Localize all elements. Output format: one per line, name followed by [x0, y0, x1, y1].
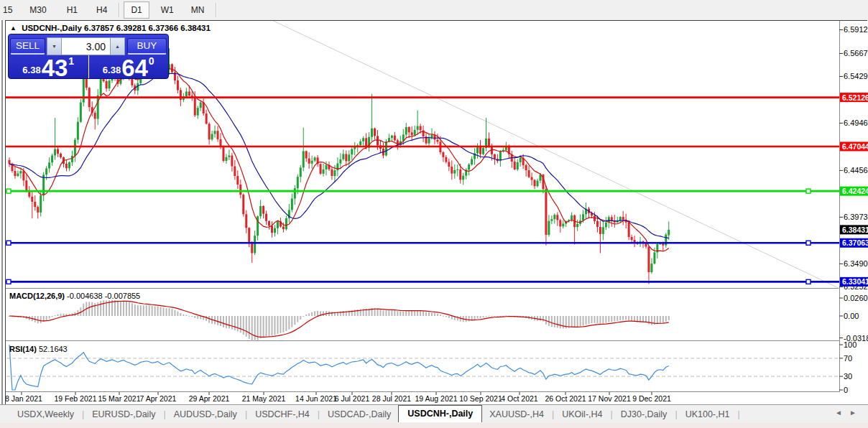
line-handle[interactable] — [806, 279, 811, 284]
tab-xauusd-h4[interactable]: XAUUSD-,H4 — [482, 407, 551, 422]
macd-indicator-values: -0.004638 -0.007855 — [67, 292, 140, 300]
volume-decrease-button[interactable]: ▼ — [47, 37, 62, 55]
tab-dj30-daily[interactable]: DJ30-,Daily — [614, 407, 675, 422]
date-axis-label: 4 Oct 2021 — [501, 394, 538, 403]
down-arrow-icon: ▼ — [52, 44, 57, 49]
chart-window: 6.591206.566706.542906.494606.445606.397… — [5, 20, 867, 404]
timeframe-d1-button[interactable]: D1 — [124, 1, 149, 19]
hline-price-label: 6.52126 — [842, 93, 868, 102]
date-axis-label: 19 Feb 2021 — [55, 394, 97, 403]
date-axis-label: 19 Aug 2021 — [415, 394, 458, 403]
date-axis-label: 6 Jul 2021 — [335, 394, 370, 403]
price-axis-label: 6.59120 — [844, 25, 868, 34]
tab-usdx-weekly[interactable]: USDX,Weekly — [10, 407, 81, 422]
toolbar-separator — [119, 3, 119, 17]
sell-price-big: 43 — [42, 58, 68, 78]
sell-button[interactable]: SELL — [10, 38, 45, 55]
tab-ukoil-h4[interactable]: UKOil-,H4 — [555, 407, 609, 422]
date-axis-label: 15 Mar 2021 — [98, 394, 141, 403]
date-axis-label: 10 Sep 2021 — [459, 394, 502, 403]
rsi-indicator-value: 52.1643 — [39, 345, 68, 353]
date-axis-label: 29 Apr 2021 — [189, 394, 230, 403]
one-click-trading-panel: SELL ▼ 3.00 ▲ BUY 6.38431 6.38640 — [8, 34, 169, 79]
hline-price-label: 6.42424 — [842, 187, 868, 195]
tab-usdchf-h4[interactable]: USDCHF-,H4 — [248, 407, 317, 422]
sell-price-sup: 1 — [68, 55, 74, 67]
line-handle[interactable] — [6, 279, 11, 284]
chart-tab-bar: USDX,Weekly| EURUSD-,Daily| AUDUSD-,Dail… — [0, 404, 868, 424]
timeframe-h4-button[interactable]: H4 — [89, 1, 114, 19]
tab-usdcnh-daily[interactable]: USDCNH-,Daily — [398, 405, 482, 422]
sell-price-display[interactable]: 6.38431 — [9, 55, 89, 79]
background-window-edge — [0, 20, 5, 404]
price-axis-label: 6.34900 — [844, 259, 868, 268]
rsi-indicator-label: RSI(14) 52.1643 — [9, 345, 68, 353]
date-axis-label: 14 Jun 2021 — [295, 394, 337, 403]
line-handle[interactable] — [806, 241, 811, 245]
date-axis-label: 28 Jan 2021 — [6, 394, 42, 403]
hline-price-label: 6.33041 — [842, 277, 868, 286]
macd-axis-label: 0.00 — [844, 312, 859, 320]
buy-price-sup: 0 — [149, 55, 154, 67]
hline-price-label: 6.37063 — [842, 238, 868, 247]
tab-audusd-daily[interactable]: AUDUSD-,Daily — [167, 407, 244, 422]
tab-scroll-right-button[interactable]: ► — [849, 409, 857, 417]
line-handle[interactable] — [806, 189, 811, 193]
volume-spinner: ▼ 3.00 ▲ — [47, 37, 125, 55]
price-axis-label: 6.49460 — [844, 118, 868, 127]
date-axis-label: 9 Dec 2021 — [632, 394, 671, 403]
tab-usdcad-daily[interactable]: USDCAD-,Daily — [320, 407, 398, 422]
sell-price-prefix: 6.38 — [22, 65, 40, 75]
hline-price-label: 6.38431 — [842, 225, 868, 234]
hline-price-label: 6.47044 — [842, 142, 868, 151]
price-axis-label: 6.39730 — [844, 213, 868, 221]
volume-input[interactable]: 3.00 — [62, 37, 110, 55]
line-handle[interactable] — [6, 241, 11, 245]
status-strip — [0, 423, 868, 428]
macd-axis-label: 0.02607 — [844, 294, 868, 302]
chart-symbol-period: USDCNH-,Daily — [22, 24, 82, 32]
tab-uk100-h1[interactable]: UK100-,H1 — [678, 407, 737, 422]
date-axis-label: 17 Nov 2021 — [588, 394, 631, 403]
chart-ohlc-values: 6.37857 6.39281 6.37366 6.38431 — [84, 24, 211, 32]
volume-increase-button[interactable]: ▲ — [110, 37, 125, 55]
macd-indicator-label: MACD(12,26,9) -0.004638 -0.007855 — [9, 292, 140, 300]
up-arrow-icon: ▲ — [115, 44, 120, 49]
price-axis-label: 6.54290 — [844, 72, 868, 80]
date-axis-label: 28 Jul 2021 — [372, 394, 411, 403]
tab-eurusd-daily[interactable]: EURUSD-,Daily — [85, 407, 162, 422]
timeframe-m15-button[interactable]: 15 — [0, 1, 19, 19]
timeframe-toolbar: 15 M30 H1 H4 D1 W1 MN — [0, 0, 868, 20]
buy-price-display[interactable]: 6.38640 — [89, 55, 169, 79]
line-handle[interactable] — [6, 189, 11, 193]
date-axis-label: 7 Apr 2021 — [140, 394, 177, 403]
buy-button[interactable]: BUY — [127, 38, 167, 55]
timeframe-mn-button[interactable]: MN — [184, 1, 212, 19]
price-axis-label: 6.44560 — [844, 166, 868, 175]
buy-price-prefix: 6.38 — [103, 65, 121, 75]
toolbar-separator — [216, 3, 216, 17]
rsi-axis-label: 30 — [844, 372, 852, 381]
collapse-panel-icon[interactable]: ▲ — [10, 24, 17, 32]
tab-scroll-left-button[interactable]: ◄ — [835, 409, 842, 417]
buy-price-big: 64 — [121, 58, 148, 78]
timeframe-w1-button[interactable]: W1 — [154, 1, 181, 19]
rsi-axis-label: 100 — [844, 340, 857, 349]
timeframe-m30-button[interactable]: M30 — [22, 1, 53, 19]
date-axis-label: 21 May 2021 — [242, 394, 286, 403]
price-axis-label: 6.56670 — [844, 49, 868, 57]
rsi-axis-label: 0 — [844, 386, 848, 394]
chart-title: ▲ USDCNH-,Daily 6.37857 6.39281 6.37366 … — [10, 24, 211, 32]
date-axis-label: 26 Oct 2021 — [545, 394, 586, 403]
rsi-axis-label: 70 — [844, 354, 852, 363]
timeframe-h1-button[interactable]: H1 — [60, 1, 85, 19]
